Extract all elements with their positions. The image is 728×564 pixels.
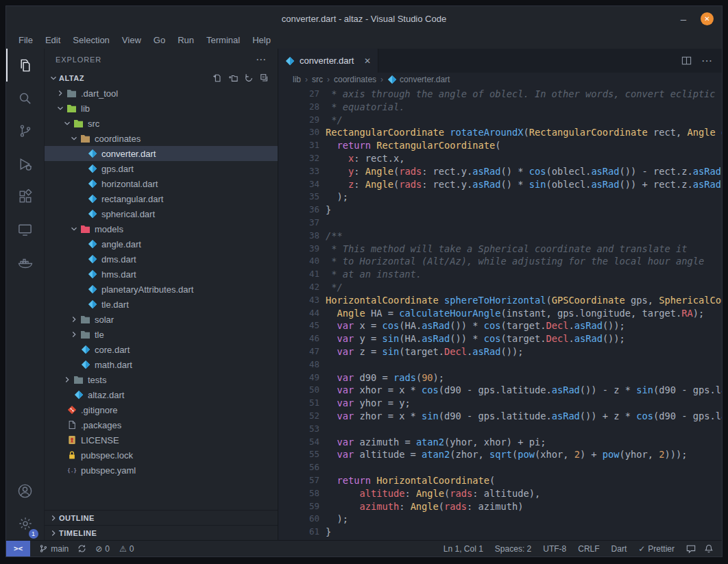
line-number[interactable]: 60 <box>278 513 319 526</box>
file-pubspec.yaml[interactable]: {.}pubspec.yaml <box>45 463 278 478</box>
file-core.dart[interactable]: core.dart <box>45 342 278 357</box>
code-editor[interactable]: 27 * axis through the angle of oblecl. I… <box>278 86 722 540</box>
chevron-right-icon[interactable] <box>68 330 80 339</box>
line-number[interactable]: 59 <box>278 500 319 513</box>
section-timeline[interactable]: TIMELINE <box>45 525 278 540</box>
file-rectangular.dart[interactable]: rectangular.dart <box>45 191 278 206</box>
folder-solar[interactable]: solar <box>45 312 278 327</box>
code-line[interactable]: 45 var x = cos(HA.asRad()) * cos(target.… <box>278 319 722 332</box>
status-encoding[interactable]: UTF-8 <box>543 544 566 554</box>
line-number[interactable]: 57 <box>278 474 319 487</box>
code-line[interactable]: 38/** <box>278 230 722 243</box>
code-line[interactable]: 59 azimuth: Angle(rads: azimuth) <box>278 500 722 513</box>
line-number[interactable]: 42 <box>278 281 319 294</box>
explorer-button[interactable] <box>6 49 45 82</box>
line-number[interactable]: 37 <box>278 217 319 230</box>
file-.gitignore[interactable]: .gitignore <box>45 402 278 417</box>
menu-item-file[interactable]: File <box>12 35 39 45</box>
line-number[interactable]: 38 <box>278 230 319 243</box>
menu-item-go[interactable]: Go <box>147 35 171 45</box>
breadcrumb-converter.dart[interactable]: converter.dart <box>387 75 450 84</box>
code-line[interactable]: 61} <box>278 526 722 539</box>
menu-item-selection[interactable]: Selection <box>66 35 115 45</box>
line-number[interactable]: 40 <box>278 255 319 268</box>
file-pubspec.lock[interactable]: pubspec.lock <box>45 447 278 463</box>
line-number[interactable]: 58 <box>278 487 319 500</box>
feedback-icon[interactable] <box>686 544 696 554</box>
folder-src[interactable]: src <box>45 116 278 131</box>
run-debug-button[interactable] <box>6 147 45 180</box>
code-line[interactable]: 58 altitude: Angle(rads: altitude), <box>278 487 722 500</box>
explorer-more-actions-icon[interactable]: ⋯ <box>256 53 267 66</box>
status-eol[interactable]: CRLF <box>578 544 599 554</box>
file-.packages[interactable]: .packages <box>45 417 278 432</box>
line-number[interactable]: 49 <box>278 371 319 384</box>
line-number[interactable]: 33 <box>278 165 319 178</box>
problems-indicator[interactable]: ⊘ 0 ⚠ 0 <box>95 544 134 554</box>
code-line[interactable]: 39 * This method will take a Spherical c… <box>278 243 722 256</box>
chevron-right-icon[interactable] <box>54 88 66 98</box>
project-root-header[interactable]: ALTAZ <box>45 71 278 86</box>
line-number[interactable]: 29 <box>278 114 319 127</box>
chevron-right-icon[interactable] <box>61 375 73 384</box>
chevron-down-icon[interactable] <box>68 134 80 143</box>
code-line[interactable]: 50 var xhor = x * cos(d90 - gps.latitude… <box>278 384 722 397</box>
line-number[interactable]: 39 <box>278 243 319 256</box>
line-number[interactable]: 61 <box>278 526 319 539</box>
breadcrumb-lib[interactable]: lib <box>293 75 301 84</box>
folder-.dart_tool[interactable]: .dart_tool <box>45 86 278 101</box>
notifications-bell-icon[interactable] <box>704 544 714 554</box>
file-angle.dart[interactable]: angle.dart <box>45 236 278 252</box>
chevron-right-icon[interactable] <box>68 315 80 324</box>
new-folder-icon[interactable] <box>228 73 238 83</box>
chevron-down-icon[interactable] <box>68 224 80 234</box>
code-line[interactable]: 30RectangularCoordinate rotateAroundX(Re… <box>278 126 722 139</box>
chevron-down-icon[interactable] <box>61 119 73 128</box>
line-number[interactable]: 56 <box>278 461 319 474</box>
line-number[interactable]: 34 <box>278 178 319 191</box>
code-line[interactable]: 46 var y = sin(HA.asRad()) * cos(target.… <box>278 332 722 345</box>
chevron-down-icon[interactable] <box>54 103 66 113</box>
line-number[interactable]: 32 <box>278 152 319 165</box>
code-line[interactable]: 28 * equatorial. <box>278 101 722 114</box>
tab-close-icon[interactable]: ✕ <box>364 56 371 66</box>
line-number[interactable]: 43 <box>278 294 319 307</box>
code-line[interactable]: 57 return HorizontalCoordinate( <box>278 474 722 487</box>
menu-item-help[interactable]: Help <box>246 35 277 45</box>
code-line[interactable]: 54 var azimuth = atan2(yhor, xhor) + pi; <box>278 436 722 449</box>
code-line[interactable]: 31 return RectangularCoordinate( <box>278 139 722 152</box>
code-line[interactable]: 42 */ <box>278 281 722 294</box>
breadcrumb-src[interactable]: src <box>312 75 323 84</box>
menu-item-edit[interactable]: Edit <box>39 35 66 45</box>
remote-explorer-button[interactable] <box>6 213 45 246</box>
file-hms.dart[interactable]: hms.dart <box>45 267 278 282</box>
split-editor-icon[interactable] <box>681 56 692 66</box>
new-file-icon[interactable] <box>213 73 222 83</box>
code-line[interactable]: 37 <box>278 217 722 230</box>
search-button[interactable] <box>6 82 45 114</box>
code-line[interactable]: 43HorizontalCoordinate sphereToHorizonta… <box>278 294 722 307</box>
menu-item-view[interactable]: View <box>116 35 147 45</box>
code-line[interactable]: 53 <box>278 423 722 436</box>
line-number[interactable]: 46 <box>278 332 319 345</box>
line-number[interactable]: 45 <box>278 319 319 332</box>
minimize-button[interactable]: – <box>677 13 690 25</box>
line-number[interactable]: 54 <box>278 436 319 449</box>
source-control-button[interactable] <box>6 114 45 147</box>
file-horizontal.dart[interactable]: horizontal.dart <box>45 176 278 191</box>
file-dms.dart[interactable]: dms.dart <box>45 252 278 267</box>
code-line[interactable]: 40 * to Horizontal (Alt/Az), while adjus… <box>278 255 722 268</box>
account-button[interactable] <box>6 474 45 507</box>
line-number[interactable]: 28 <box>278 101 319 114</box>
code-line[interactable]: 27 * axis through the angle of oblecl. I… <box>278 88 722 101</box>
line-number[interactable]: 50 <box>278 384 319 397</box>
code-line[interactable]: 32 x: rect.x, <box>278 152 722 165</box>
file-tle.dart[interactable]: tle.dart <box>45 297 278 312</box>
code-line[interactable]: 49 var d90 = rads(90); <box>278 371 722 384</box>
line-number[interactable]: 30 <box>278 126 319 139</box>
line-number[interactable]: 53 <box>278 423 319 436</box>
line-number[interactable]: 55 <box>278 448 319 461</box>
file-planetaryAttributes.dart[interactable]: planetaryAttributes.dart <box>45 282 278 297</box>
status-formatter[interactable]: ✓Prettier <box>638 544 675 554</box>
folder-tle[interactable]: tle <box>45 327 278 342</box>
